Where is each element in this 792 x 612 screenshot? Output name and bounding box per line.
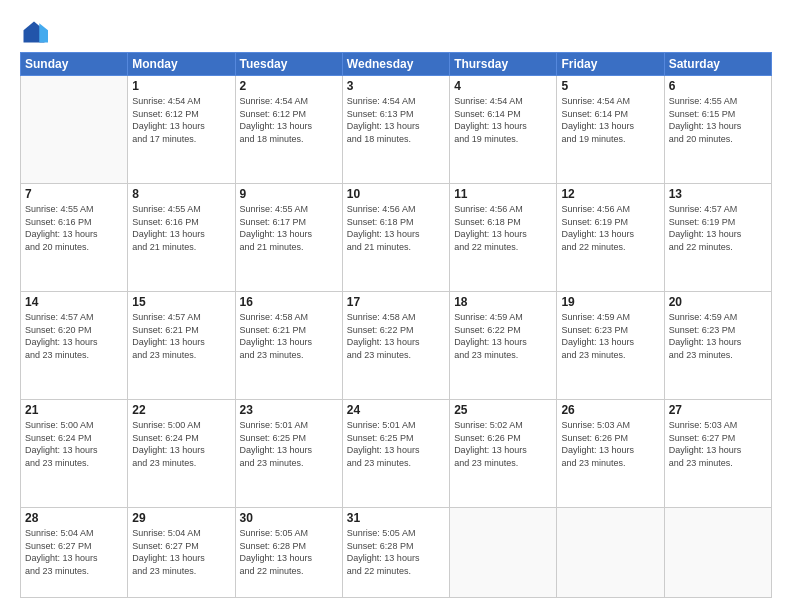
day-info: Sunrise: 4:56 AM Sunset: 6:19 PM Dayligh… <box>561 203 659 253</box>
weekday-header: Tuesday <box>235 53 342 76</box>
day-number: 7 <box>25 187 123 201</box>
day-number: 14 <box>25 295 123 309</box>
weekday-header: Sunday <box>21 53 128 76</box>
calendar-week-row: 28Sunrise: 5:04 AM Sunset: 6:27 PM Dayli… <box>21 507 772 597</box>
calendar-cell: 17Sunrise: 4:58 AM Sunset: 6:22 PM Dayli… <box>342 291 449 399</box>
day-info: Sunrise: 5:00 AM Sunset: 6:24 PM Dayligh… <box>132 419 230 469</box>
day-info: Sunrise: 5:00 AM Sunset: 6:24 PM Dayligh… <box>25 419 123 469</box>
calendar-cell: 29Sunrise: 5:04 AM Sunset: 6:27 PM Dayli… <box>128 507 235 597</box>
calendar-table: SundayMondayTuesdayWednesdayThursdayFrid… <box>20 52 772 598</box>
day-info: Sunrise: 5:03 AM Sunset: 6:27 PM Dayligh… <box>669 419 767 469</box>
day-number: 15 <box>132 295 230 309</box>
day-info: Sunrise: 4:56 AM Sunset: 6:18 PM Dayligh… <box>347 203 445 253</box>
day-number: 21 <box>25 403 123 417</box>
day-info: Sunrise: 5:05 AM Sunset: 6:28 PM Dayligh… <box>347 527 445 577</box>
calendar-cell: 27Sunrise: 5:03 AM Sunset: 6:27 PM Dayli… <box>664 399 771 507</box>
day-info: Sunrise: 4:55 AM Sunset: 6:16 PM Dayligh… <box>25 203 123 253</box>
day-number: 20 <box>669 295 767 309</box>
day-info: Sunrise: 4:54 AM Sunset: 6:14 PM Dayligh… <box>561 95 659 145</box>
calendar-cell <box>664 507 771 597</box>
day-info: Sunrise: 4:56 AM Sunset: 6:18 PM Dayligh… <box>454 203 552 253</box>
calendar-cell: 6Sunrise: 4:55 AM Sunset: 6:15 PM Daylig… <box>664 76 771 184</box>
calendar-cell: 23Sunrise: 5:01 AM Sunset: 6:25 PM Dayli… <box>235 399 342 507</box>
calendar-week-row: 7Sunrise: 4:55 AM Sunset: 6:16 PM Daylig… <box>21 183 772 291</box>
day-info: Sunrise: 5:05 AM Sunset: 6:28 PM Dayligh… <box>240 527 338 577</box>
calendar-cell: 30Sunrise: 5:05 AM Sunset: 6:28 PM Dayli… <box>235 507 342 597</box>
day-number: 1 <box>132 79 230 93</box>
calendar-cell: 25Sunrise: 5:02 AM Sunset: 6:26 PM Dayli… <box>450 399 557 507</box>
calendar-cell <box>557 507 664 597</box>
day-number: 31 <box>347 511 445 525</box>
day-number: 3 <box>347 79 445 93</box>
day-number: 9 <box>240 187 338 201</box>
day-number: 12 <box>561 187 659 201</box>
logo-icon <box>20 18 48 46</box>
day-info: Sunrise: 4:58 AM Sunset: 6:21 PM Dayligh… <box>240 311 338 361</box>
calendar-cell: 3Sunrise: 4:54 AM Sunset: 6:13 PM Daylig… <box>342 76 449 184</box>
day-info: Sunrise: 4:58 AM Sunset: 6:22 PM Dayligh… <box>347 311 445 361</box>
day-info: Sunrise: 4:57 AM Sunset: 6:20 PM Dayligh… <box>25 311 123 361</box>
day-number: 19 <box>561 295 659 309</box>
day-info: Sunrise: 5:02 AM Sunset: 6:26 PM Dayligh… <box>454 419 552 469</box>
calendar-week-row: 14Sunrise: 4:57 AM Sunset: 6:20 PM Dayli… <box>21 291 772 399</box>
day-number: 24 <box>347 403 445 417</box>
day-info: Sunrise: 4:57 AM Sunset: 6:21 PM Dayligh… <box>132 311 230 361</box>
day-number: 23 <box>240 403 338 417</box>
day-info: Sunrise: 5:01 AM Sunset: 6:25 PM Dayligh… <box>347 419 445 469</box>
calendar-cell: 24Sunrise: 5:01 AM Sunset: 6:25 PM Dayli… <box>342 399 449 507</box>
weekday-header: Monday <box>128 53 235 76</box>
calendar-cell: 11Sunrise: 4:56 AM Sunset: 6:18 PM Dayli… <box>450 183 557 291</box>
day-number: 5 <box>561 79 659 93</box>
day-info: Sunrise: 4:55 AM Sunset: 6:15 PM Dayligh… <box>669 95 767 145</box>
calendar-cell: 16Sunrise: 4:58 AM Sunset: 6:21 PM Dayli… <box>235 291 342 399</box>
calendar-week-row: 21Sunrise: 5:00 AM Sunset: 6:24 PM Dayli… <box>21 399 772 507</box>
day-info: Sunrise: 4:59 AM Sunset: 6:23 PM Dayligh… <box>561 311 659 361</box>
page: SundayMondayTuesdayWednesdayThursdayFrid… <box>0 0 792 612</box>
day-number: 11 <box>454 187 552 201</box>
day-number: 16 <box>240 295 338 309</box>
day-info: Sunrise: 4:55 AM Sunset: 6:17 PM Dayligh… <box>240 203 338 253</box>
day-number: 13 <box>669 187 767 201</box>
day-number: 17 <box>347 295 445 309</box>
calendar-cell: 21Sunrise: 5:00 AM Sunset: 6:24 PM Dayli… <box>21 399 128 507</box>
weekday-header: Wednesday <box>342 53 449 76</box>
day-number: 2 <box>240 79 338 93</box>
weekday-header-row: SundayMondayTuesdayWednesdayThursdayFrid… <box>21 53 772 76</box>
day-info: Sunrise: 4:57 AM Sunset: 6:19 PM Dayligh… <box>669 203 767 253</box>
calendar-cell: 28Sunrise: 5:04 AM Sunset: 6:27 PM Dayli… <box>21 507 128 597</box>
weekday-header: Friday <box>557 53 664 76</box>
day-number: 30 <box>240 511 338 525</box>
day-number: 29 <box>132 511 230 525</box>
day-info: Sunrise: 5:01 AM Sunset: 6:25 PM Dayligh… <box>240 419 338 469</box>
logo <box>20 18 52 46</box>
calendar-cell: 19Sunrise: 4:59 AM Sunset: 6:23 PM Dayli… <box>557 291 664 399</box>
calendar-cell: 13Sunrise: 4:57 AM Sunset: 6:19 PM Dayli… <box>664 183 771 291</box>
day-info: Sunrise: 5:04 AM Sunset: 6:27 PM Dayligh… <box>132 527 230 577</box>
calendar-cell: 1Sunrise: 4:54 AM Sunset: 6:12 PM Daylig… <box>128 76 235 184</box>
calendar-cell: 8Sunrise: 4:55 AM Sunset: 6:16 PM Daylig… <box>128 183 235 291</box>
calendar-cell: 14Sunrise: 4:57 AM Sunset: 6:20 PM Dayli… <box>21 291 128 399</box>
day-info: Sunrise: 4:59 AM Sunset: 6:22 PM Dayligh… <box>454 311 552 361</box>
calendar-cell: 31Sunrise: 5:05 AM Sunset: 6:28 PM Dayli… <box>342 507 449 597</box>
day-info: Sunrise: 4:59 AM Sunset: 6:23 PM Dayligh… <box>669 311 767 361</box>
calendar-cell: 7Sunrise: 4:55 AM Sunset: 6:16 PM Daylig… <box>21 183 128 291</box>
calendar-cell: 4Sunrise: 4:54 AM Sunset: 6:14 PM Daylig… <box>450 76 557 184</box>
calendar-cell: 22Sunrise: 5:00 AM Sunset: 6:24 PM Dayli… <box>128 399 235 507</box>
weekday-header: Saturday <box>664 53 771 76</box>
day-info: Sunrise: 5:03 AM Sunset: 6:26 PM Dayligh… <box>561 419 659 469</box>
day-number: 25 <box>454 403 552 417</box>
day-number: 28 <box>25 511 123 525</box>
calendar-cell: 9Sunrise: 4:55 AM Sunset: 6:17 PM Daylig… <box>235 183 342 291</box>
weekday-header: Thursday <box>450 53 557 76</box>
calendar-cell: 18Sunrise: 4:59 AM Sunset: 6:22 PM Dayli… <box>450 291 557 399</box>
day-number: 26 <box>561 403 659 417</box>
calendar-cell: 5Sunrise: 4:54 AM Sunset: 6:14 PM Daylig… <box>557 76 664 184</box>
day-info: Sunrise: 4:55 AM Sunset: 6:16 PM Dayligh… <box>132 203 230 253</box>
day-info: Sunrise: 4:54 AM Sunset: 6:12 PM Dayligh… <box>240 95 338 145</box>
svg-marker-1 <box>39 23 48 42</box>
calendar-cell: 26Sunrise: 5:03 AM Sunset: 6:26 PM Dayli… <box>557 399 664 507</box>
day-info: Sunrise: 4:54 AM Sunset: 6:13 PM Dayligh… <box>347 95 445 145</box>
calendar-cell: 10Sunrise: 4:56 AM Sunset: 6:18 PM Dayli… <box>342 183 449 291</box>
day-number: 6 <box>669 79 767 93</box>
calendar-cell: 15Sunrise: 4:57 AM Sunset: 6:21 PM Dayli… <box>128 291 235 399</box>
